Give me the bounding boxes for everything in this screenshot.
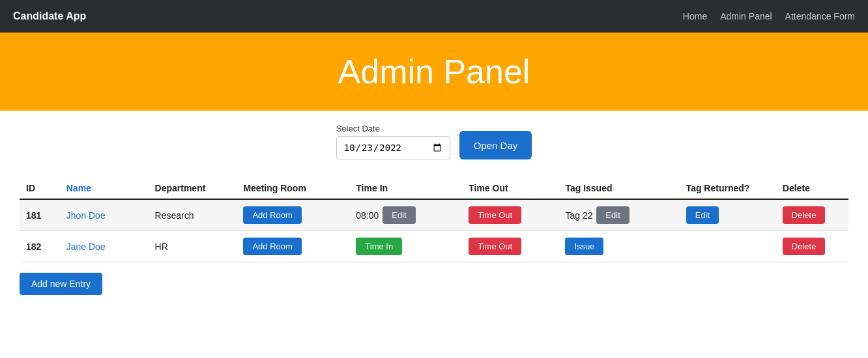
row2-id: 182 (20, 231, 60, 262)
col-header-tagret: Tag Returned? (680, 178, 776, 199)
col-header-dept: Department (149, 178, 237, 199)
date-section: Select Date Open Day (20, 124, 848, 159)
add-entry-button[interactable]: Add new Entry (20, 273, 102, 295)
row1-delete-button[interactable]: Delete (783, 206, 826, 224)
row1-timein-cell: 08:00 Edit (349, 199, 462, 231)
row1-tag-edit-button[interactable]: Edit (596, 206, 629, 224)
date-group: Select Date (336, 124, 450, 159)
row1-time-value: 08:00 (356, 210, 379, 221)
row2-delete-button[interactable]: Delete (783, 238, 826, 255)
row2-delete-cell: Delete (776, 231, 848, 262)
row1-timeout-cell: Time Out (462, 199, 558, 231)
row1-id: 181 (20, 199, 60, 231)
col-header-id: ID (20, 178, 60, 199)
table-header-row: ID Name Department Meeting Room Time In … (20, 178, 848, 199)
col-header-timein: Time In (349, 178, 462, 199)
open-day-button[interactable]: Open Day (459, 131, 532, 159)
row2-department: HR (149, 231, 237, 262)
row1-add-room-button[interactable]: Add Room (243, 206, 301, 224)
nav-home[interactable]: Home (683, 11, 707, 21)
attendance-table: ID Name Department Meeting Room Time In … (20, 178, 848, 262)
navbar-links: Home Admin Panel Attendance Form (683, 11, 855, 21)
col-header-room: Meeting Room (237, 178, 349, 199)
nav-admin-panel[interactable]: Admin Panel (720, 11, 772, 21)
row2-room-cell: Add Room (237, 231, 349, 262)
row2-timein-cell: Time In (349, 231, 462, 262)
nav-attendance-form[interactable]: Attendance Form (785, 11, 855, 21)
row1-timein-edit-button[interactable]: Edit (383, 206, 415, 224)
row1-tagret-cell: Edit (680, 199, 776, 231)
table-row: 182 Jane Doe HR Add Room Time In Time Ou… (20, 231, 848, 262)
navbar-brand: Candidate App (13, 10, 86, 22)
row2-timein-button[interactable]: Time In (356, 238, 402, 255)
row1-name: Jhon Doe (60, 199, 149, 231)
row1-tag-value: Tag 22 (565, 210, 592, 221)
col-header-timeout: Time Out (462, 178, 558, 199)
date-input[interactable] (336, 136, 450, 159)
col-header-name: Name (60, 178, 149, 199)
row1-delete-cell: Delete (776, 199, 848, 231)
row1-room-cell: Add Room (237, 199, 349, 231)
table-row: 181 Jhon Doe Research Add Room 08:00 Edi… (20, 199, 848, 231)
row2-add-room-button[interactable]: Add Room (243, 238, 301, 255)
row2-issue-button[interactable]: Issue (565, 238, 603, 255)
row2-tagret-cell (680, 231, 776, 262)
row2-tag-cell: Issue (558, 231, 679, 262)
row1-tag-cell: Tag 22 Edit (558, 199, 679, 231)
hero-title: Admin Panel (0, 52, 868, 91)
main-content: Select Date Open Day ID Name Department … (0, 111, 868, 308)
row2-timeout-button[interactable]: Time Out (469, 238, 521, 255)
col-header-tag: Tag Issued (558, 178, 679, 199)
navbar: Candidate App Home Admin Panel Attendanc… (0, 0, 868, 33)
date-label: Select Date (336, 124, 450, 133)
row1-timeout-button[interactable]: Time Out (469, 206, 521, 224)
row1-tagret-edit-button[interactable]: Edit (686, 206, 719, 224)
row2-name: Jane Doe (60, 231, 149, 262)
col-header-delete: Delete (776, 178, 848, 199)
hero-banner: Admin Panel (0, 33, 868, 111)
row2-timeout-cell: Time Out (462, 231, 558, 262)
row1-department: Research (149, 199, 237, 231)
